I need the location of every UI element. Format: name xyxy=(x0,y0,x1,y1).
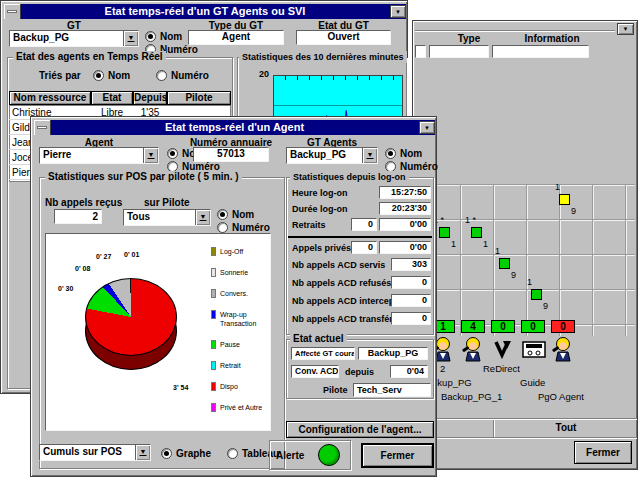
legend-item: Log-Off xyxy=(211,247,275,256)
agent-window-title: Etat temps-réel d'un Agent xyxy=(165,121,304,133)
legend-swatch xyxy=(211,268,216,277)
gt-agents-select[interactable]: Backup_PG ▼ xyxy=(286,147,378,164)
system-menu-button[interactable] xyxy=(34,120,51,135)
divider xyxy=(415,30,615,32)
node-bottom-label: 1 xyxy=(483,239,488,249)
type-du-gt-field: Agent xyxy=(188,30,284,45)
information-field[interactable] xyxy=(492,45,589,58)
gt-window-titlebar[interactable]: Etat temps-réel d'un GT Agents ou SVI xyxy=(4,4,406,19)
acd-transferes-field: 0 xyxy=(391,312,431,325)
radio-icon xyxy=(156,70,167,81)
agent-flow-grid xyxy=(427,184,635,336)
retraits-duration-field: 0'00 xyxy=(379,218,431,231)
gt-select[interactable]: Backup_PG ▼ xyxy=(9,30,139,47)
heure-logon-field: 15:27:50 xyxy=(379,186,431,199)
legend-item: Convers. xyxy=(211,289,275,298)
group-label-redirect: ReDirect xyxy=(483,363,520,374)
gt-courant-box[interactable]: Backup_PG xyxy=(358,347,428,360)
legend-item: Wrap-up Transaction xyxy=(211,310,275,328)
cumuls-select[interactable]: Cumuls sur POS ▼ xyxy=(39,444,151,461)
group-label-guide: Guide xyxy=(520,377,545,388)
dropdown-arrow-icon[interactable]: ▼ xyxy=(362,148,377,163)
dropdown-arrow-icon[interactable]: ▼ xyxy=(195,210,210,225)
radio-label: Nom xyxy=(232,209,254,220)
agent-node[interactable] xyxy=(559,194,570,205)
window-menu-arrow-button[interactable]: ▼ xyxy=(419,121,435,134)
agent-node[interactable] xyxy=(471,227,482,238)
node-top-label: 1 xyxy=(495,246,500,256)
window-agent: Etat temps-réel d'un Agent ▼ Agent Pierr… xyxy=(30,116,437,477)
column-header-pilote[interactable]: Pilote xyxy=(167,91,231,105)
agent-node[interactable] xyxy=(439,227,450,238)
legend-swatch xyxy=(211,382,216,391)
pie-value-label: 0' 30 xyxy=(58,285,73,292)
radio-icon xyxy=(217,209,228,220)
status-count-box[interactable]: 4 xyxy=(461,320,485,333)
acd-refuses-label: Nb appels ACD refusés xyxy=(292,278,391,288)
type-field[interactable] xyxy=(429,45,489,58)
depuis-label: depuis xyxy=(345,367,374,377)
sur-pilote-select[interactable]: Tous ▼ xyxy=(123,209,211,226)
dropdown-arrow-icon[interactable]: ▼ xyxy=(143,148,158,163)
depuis-field: 0'04 xyxy=(390,365,428,378)
column-header-etat[interactable]: Etat xyxy=(91,91,133,105)
status-count-box[interactable]: 0 xyxy=(551,320,575,333)
node-bottom-label: 9 xyxy=(511,270,516,280)
graphe-radio[interactable]: Graphe xyxy=(161,448,211,459)
dropdown-arrow-icon[interactable]: ▼ xyxy=(123,31,138,46)
sort-numero-radio[interactable]: Numéro xyxy=(156,70,209,81)
agent-icon[interactable] xyxy=(462,336,484,362)
gt-agents-nom-radio[interactable]: Nom xyxy=(385,148,422,159)
status-count-box[interactable]: 0 xyxy=(521,320,545,333)
retraits-count-field: 0 xyxy=(351,218,377,231)
gt-nom-radio[interactable]: Nom xyxy=(145,31,182,42)
scroll-down-button[interactable]: ▼ xyxy=(617,23,634,35)
radio-label: Numéro xyxy=(171,70,209,81)
radio-icon xyxy=(217,222,228,233)
node-top-label: 1 * xyxy=(465,215,476,225)
tab-tout[interactable]: Tout xyxy=(495,422,637,433)
tape-icon[interactable] xyxy=(522,341,546,358)
legend-item: Retrait xyxy=(211,361,275,370)
numero-annuaire-field[interactable]: 57013 xyxy=(193,147,269,162)
radio-icon xyxy=(145,31,156,42)
legend-swatch xyxy=(211,403,216,412)
radio-icon xyxy=(227,448,238,459)
chevron-down-icon: ▼ xyxy=(623,26,629,32)
agent-fermer-button[interactable]: Fermer xyxy=(361,443,434,468)
column-header-depuis[interactable]: Depuis xyxy=(133,91,167,105)
acd-servis-field: 303 xyxy=(391,258,431,271)
dropdown-arrow-icon[interactable]: ▼ xyxy=(135,445,150,460)
information-column-header: Information xyxy=(509,33,595,44)
node-top-label: 1 xyxy=(527,277,532,287)
nb-appels-recus-label: Nb appels reçus xyxy=(45,197,122,208)
status-count-box[interactable]: 0 xyxy=(491,320,515,333)
node-bottom-label: 9 xyxy=(571,206,576,216)
pilote-nom-radio[interactable]: Nom xyxy=(217,209,254,220)
sur-pilote-select-value: Tous xyxy=(127,211,150,222)
nb-appels-recus-field[interactable]: 2 xyxy=(54,209,102,224)
etat-courant-box: Conv. ACD xyxy=(291,365,339,378)
node-top-label: 1 xyxy=(555,182,560,192)
system-menu-button[interactable] xyxy=(4,4,21,19)
desktop: ▼ Type Information 1 * 1 1 * 1 1 9 1 9 1… xyxy=(0,0,640,480)
agent-node[interactable] xyxy=(531,289,542,300)
retraits-label: Retraits xyxy=(292,220,326,230)
column-header-nom[interactable]: Nom ressource xyxy=(9,91,91,105)
group-label-partial: 2 xyxy=(440,363,445,374)
appels-prives-count-field: 0 xyxy=(351,241,377,254)
agent-window-titlebar[interactable]: Etat temps-réel d'un Agent xyxy=(34,120,435,135)
configuration-button[interactable]: Configuration de l'agent... xyxy=(286,421,434,438)
affecte-gt-box[interactable]: Affecté GT courant xyxy=(291,347,355,360)
agent-node[interactable] xyxy=(499,258,510,269)
redirect-icon[interactable] xyxy=(494,339,514,359)
agent-select[interactable]: Pierre ▼ xyxy=(39,147,159,164)
pilote-numero-radio[interactable]: Numéro xyxy=(217,222,270,233)
window-menu-arrow-button[interactable]: ▼ xyxy=(390,5,406,18)
agent-icon[interactable] xyxy=(552,336,574,362)
pie-value-label: 0' 08 xyxy=(75,265,90,272)
divider xyxy=(288,236,432,238)
overview-small-field[interactable] xyxy=(415,45,426,58)
overview-fermer-button[interactable]: Fermer xyxy=(574,441,632,464)
sort-nom-radio[interactable]: Nom xyxy=(93,70,130,81)
